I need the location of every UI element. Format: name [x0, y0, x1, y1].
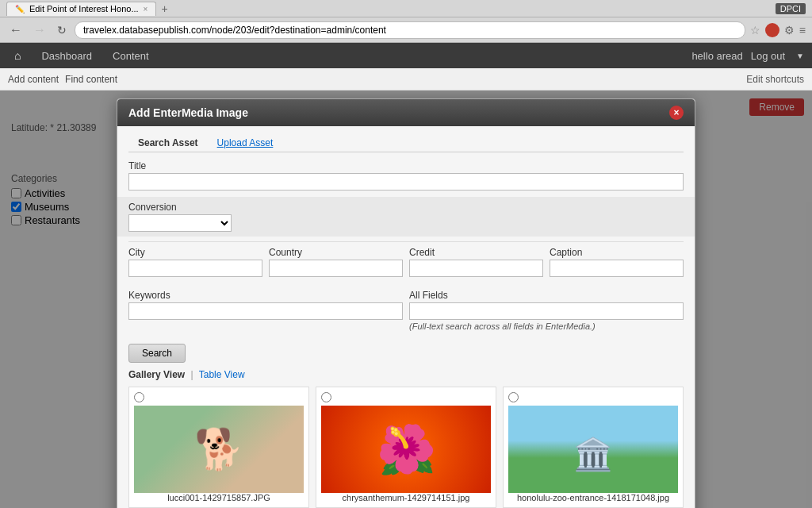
reload-button[interactable]: ↻ [54, 22, 70, 38]
country-field: Country [269, 247, 403, 277]
add-entermedia-image-modal: Add EnterMedia Image × Search Asset Uplo… [117, 98, 695, 508]
modal-header: Add EnterMedia Image × [117, 99, 695, 126]
gallery-item-radio[interactable] [134, 392, 144, 402]
title-field-row: Title [128, 160, 684, 190]
table-view-link[interactable]: Table View [199, 369, 245, 380]
country-label: Country [269, 247, 403, 258]
all-fields-input[interactable] [409, 302, 684, 320]
fields-row-1: City Country Credit Caption [128, 247, 684, 283]
logout-button[interactable]: Log out [751, 50, 785, 62]
browser-tab[interactable]: ✏️ Edit Point of Interest Hono... × [6, 2, 156, 16]
gallery-item-image-zoo [508, 406, 678, 493]
gallery-view-link[interactable]: Gallery View [128, 369, 185, 380]
back-button[interactable]: ← [6, 21, 25, 39]
nav-dashboard[interactable]: Dashboard [35, 47, 98, 65]
nav-username: hello aread [691, 50, 742, 62]
keywords-label: Keywords [128, 290, 403, 301]
gallery-item: chrysanthemum-1429714151.jpg [316, 387, 496, 508]
modal-tabs: Search Asset Upload Asset [128, 134, 684, 152]
address-bar[interactable] [75, 21, 745, 39]
browser-tab-title: Edit Point of Interest Hono... [29, 4, 139, 13]
nav-right: hello aread Log out ▼ [691, 50, 804, 62]
all-fields-field: All Fields (Full-text search across all … [409, 290, 684, 331]
bookmark-button[interactable]: ☆ [750, 24, 760, 37]
home-icon: ⌂ [14, 49, 21, 62]
view-separator: | [191, 369, 193, 380]
gallery-item: lucci001-1429715857.JPG [128, 387, 309, 508]
search-button[interactable]: Search [128, 344, 186, 363]
gallery-item-image-dog [134, 406, 304, 493]
settings-button[interactable]: ⚙ [784, 24, 795, 37]
city-input[interactable] [128, 260, 262, 277]
conversion-label: Conversion [128, 202, 684, 213]
page-background: Remove Latitude: * 21.30389 Categories A… [0, 90, 812, 508]
gallery-item-caption: lucci001-1429715857.JPG [167, 493, 270, 502]
tab-search-asset[interactable]: Search Asset [128, 134, 208, 152]
fields-row-2: Keywords All Fields (Full-text search ac… [128, 290, 684, 337]
modal-overlay: Add EnterMedia Image × Search Asset Uplo… [0, 90, 812, 508]
keywords-field: Keywords [128, 290, 403, 331]
title-input[interactable] [128, 173, 684, 190]
gallery-item-caption: chrysanthemum-1429714151.jpg [343, 493, 470, 502]
dpci-badge: DPCI [776, 3, 806, 14]
country-input[interactable] [269, 260, 403, 277]
credit-label: Credit [409, 247, 543, 258]
gallery-item-image-flower [321, 406, 491, 493]
caption-label: Caption [550, 247, 684, 258]
tab-upload-asset[interactable]: Upload Asset [208, 134, 283, 152]
gallery-item: honolulu-zoo-entrance-1418171048.jpg [503, 387, 684, 508]
forward-button[interactable]: → [30, 21, 49, 39]
gallery-item-caption: honolulu-zoo-entrance-1418171048.jpg [517, 493, 669, 502]
modal-close-button[interactable]: × [669, 106, 684, 120]
browser-titlebar: ✏️ Edit Point of Interest Hono... × + DP… [0, 0, 812, 17]
conversion-field-row: Conversion Option 1 [117, 197, 695, 237]
edit-shortcuts-link[interactable]: Edit shortcuts [746, 74, 804, 85]
browser-tab-icon: ✏️ [15, 5, 25, 13]
full-text-hint: (Full-text search across all fields in E… [409, 321, 684, 331]
city-field: City [128, 247, 262, 277]
caption-field: Caption [550, 247, 684, 277]
gallery-item-radio[interactable] [508, 392, 519, 402]
title-label: Title [128, 160, 684, 171]
all-fields-label: All Fields [409, 290, 684, 301]
nav-content[interactable]: Content [106, 47, 155, 65]
view-links: Gallery View | Table View [128, 369, 684, 380]
keywords-input[interactable] [128, 302, 403, 320]
dropdown-arrow-icon: ▼ [796, 52, 804, 60]
gallery-item-radio[interactable] [321, 392, 331, 402]
find-content-button[interactable]: Find content [65, 74, 117, 85]
credit-input[interactable] [409, 260, 543, 277]
menu-button[interactable]: ≡ [799, 24, 806, 37]
new-tab-button[interactable]: + [161, 2, 167, 15]
browser-toolbar: ← → ↻ ☆ ⚙ ≡ [0, 17, 812, 43]
credit-field: Credit [409, 247, 543, 277]
content-toolbar: Add content Find content Edit shortcuts [0, 68, 812, 90]
modal-title: Add EnterMedia Image [128, 106, 248, 119]
conversion-select[interactable]: Option 1 [128, 214, 232, 232]
home-button[interactable]: ⌂ [8, 46, 27, 65]
city-label: City [128, 247, 262, 258]
caption-input[interactable] [550, 260, 684, 277]
modal-body: Search Asset Upload Asset Title Conversi… [117, 126, 695, 508]
browser-tab-close[interactable]: × [144, 5, 148, 13]
add-content-button[interactable]: Add content [8, 74, 59, 85]
gallery-grid: lucci001-1429715857.JPG chrysanthemum-14… [128, 387, 684, 508]
browser-extension-icon [765, 23, 779, 37]
app-navbar: ⌂ Dashboard Content hello aread Log out … [0, 43, 812, 68]
